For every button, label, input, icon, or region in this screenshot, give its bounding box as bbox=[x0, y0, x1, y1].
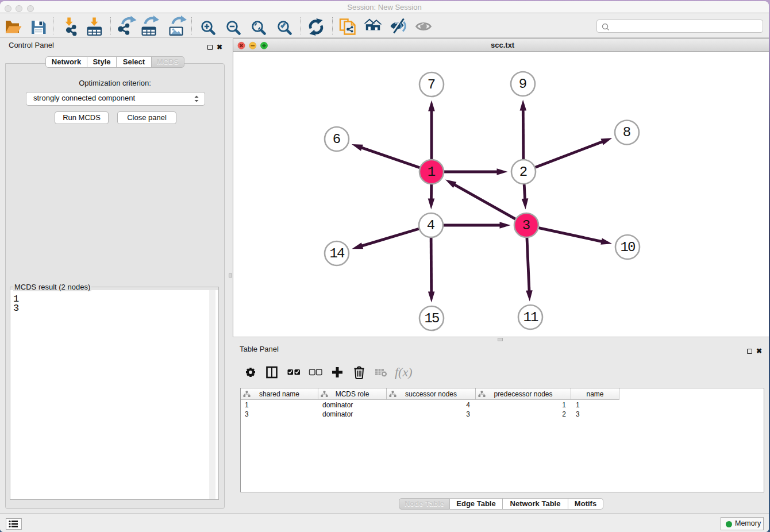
svg-text:7: 7 bbox=[428, 77, 436, 92]
svg-text:4: 4 bbox=[427, 218, 435, 233]
svg-text:15: 15 bbox=[425, 311, 439, 326]
svg-text:9: 9 bbox=[519, 76, 527, 92]
svg-text:f(x): f(x) bbox=[395, 365, 413, 379]
svg-text:6: 6 bbox=[333, 132, 341, 147]
svg-text:3: 3 bbox=[522, 218, 530, 233]
svg-text:2: 2 bbox=[519, 164, 528, 180]
svg-text:1: 1 bbox=[428, 164, 436, 180]
svg-text:10: 10 bbox=[621, 240, 635, 255]
svg-text:14: 14 bbox=[330, 246, 345, 261]
svg-text:11: 11 bbox=[523, 310, 538, 325]
svg-text:8: 8 bbox=[623, 125, 631, 140]
